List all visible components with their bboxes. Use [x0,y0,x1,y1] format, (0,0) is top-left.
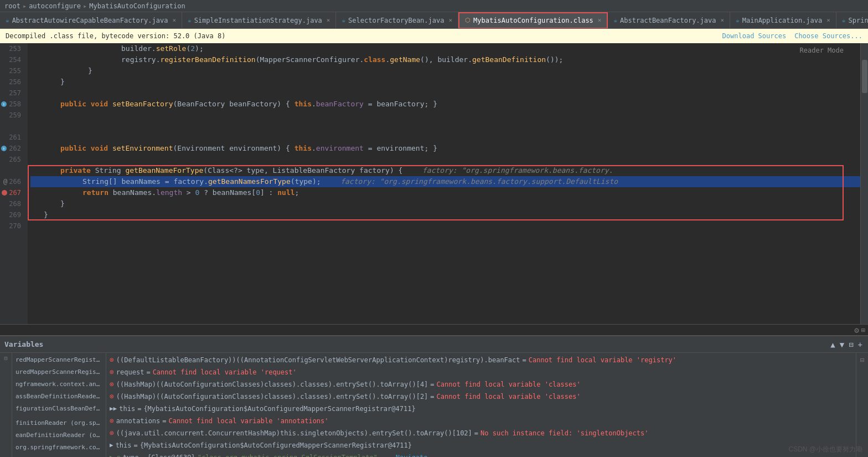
up-button[interactable]: ▲ [829,339,836,350]
breadcrumb-item1[interactable]: autoconfigure [29,2,81,10]
java-icon: ☕ [342,17,345,24]
error-icon: ⊗ [110,428,114,439]
breadcrumb-sep1: ▸ [23,2,27,10]
choose-sources-link[interactable]: Choose Sources... [794,32,862,40]
sidebar-item-9[interactable]: org.springframework.context. [12,441,106,454]
left-sidebar-icon1: ⊟ [4,355,7,361]
panel-header-left: Variables [4,340,43,348]
line-num-262: ↑ 262 [0,143,23,154]
var-row-4: ⊗ ((HashMap)((AutoConfigurationClasses)c… [110,391,852,403]
tab-simple-instantiation[interactable]: ☕ SimpleInstantiationStrategy.java × [182,12,336,29]
svg-text:↑: ↑ [3,102,6,107]
tab-mybatis-autoconfig[interactable]: ⬡ MybatisAutoConfiguration.class × [458,12,608,29]
tab-abstract-bean-factory[interactable]: ☕ AbstractBeanFactory.java × [608,12,730,29]
watermark: CSDN @小徐也要努力嘞 [788,445,862,454]
sidebar-item-2[interactable]: uredMapperScannerRegistrar [12,366,106,378]
notice-bar: Decompiled .class file, bytecode version… [0,29,868,43]
tab-label: SimpleInstantiationStrategy.java [194,17,322,24]
code-line-262: public void setEnvironment(Environment e… [30,143,860,154]
line-num-254: 254 [0,54,23,65]
line-num-257: 257 [0,88,23,99]
code-line-253: builder.setRole(2); [30,43,860,54]
tab-selector-factory[interactable]: ☕ SelectorFactoryBean.java × [336,12,458,29]
panel-left-sidebar: ⊟ [0,353,12,457]
line-num-267: 267 [0,187,23,198]
tab-spring-application[interactable]: ☕ SpringApplication.java × [836,12,868,29]
tab-close-icon[interactable]: × [598,17,602,24]
var-row-6: ⊗ annotations = Cannot find local variab… [110,415,852,427]
gutter-icon-262: ↑ [1,145,7,152]
line-num-269: 269 [0,209,23,220]
tab-label: SelectorFactoryBean.java [348,17,444,24]
expand-icon[interactable]: ▶▶ [110,403,117,414]
expand-icon[interactable]: ⊞ [861,326,865,334]
code-area[interactable]: builder.setRole(2); registry.registerBea… [28,43,860,324]
code-line-265 [30,154,860,165]
filter-button[interactable]: ⊟ [848,339,854,350]
navigate-link-type[interactable]: ... Navigate [380,452,428,457]
tab-label: AbstractAutowireCapableBeanFactory.java [12,17,168,24]
line-num-266: @ 266 [0,176,23,187]
error-icon: ⊗ [110,391,114,402]
sidebar-item-5[interactable]: figurationClassBeanDefinitio [12,403,106,415]
download-sources-link[interactable]: Download Sources [722,32,787,40]
java-icon: ☕ [736,17,740,24]
var-row-8: ▶ this = {MybatisAutoConfiguration$AutoC… [110,439,852,451]
sidebar-item-1[interactable]: redMapperScannerRegistrar [12,354,106,366]
variables-sidebar[interactable]: redMapperScannerRegistrar uredMapperScan… [12,353,106,457]
breadcrumb-sep2: ▸ [83,2,87,10]
java-icon: ☕ [613,17,617,24]
line-num-258: ↑ 258 [0,99,23,110]
breadcrumb-item2[interactable]: MybatisAutoConfiguration [89,2,185,10]
sidebar-item-3[interactable]: ngframework.context.annotat. [12,378,106,391]
editor-statusbar: ⚙ ⊞ [0,324,868,335]
panel-toolbar: ▲ ▼ ⊟ + [829,339,864,350]
tab-main-application[interactable]: ☕ MainApplication.java × [730,12,836,29]
line-num-255: 255 [0,65,23,76]
tab-close-icon[interactable]: × [448,17,452,24]
tab-close-icon[interactable]: × [172,17,176,24]
code-line-259 [30,110,860,121]
down-button[interactable]: ▼ [839,339,845,350]
settings-icon[interactable]: ⚙ [854,326,859,335]
add-button[interactable]: + [857,339,864,350]
class-icon: ⬡ [465,17,471,24]
java-icon: ☕ [188,17,192,24]
sidebar-btn1[interactable]: ⊟ [857,355,867,365]
tabs-bar: ☕ AbstractAutowireCapableBeanFactory.jav… [0,12,868,29]
line-num-256: 256 [0,76,23,88]
tab-label: SpringApplication.java [848,17,868,24]
line-num-259: 259 [0,110,23,121]
tab-close-icon[interactable]: × [720,17,724,24]
java-icon: ☕ [6,17,9,24]
breadcrumb-root: root [4,2,20,10]
tab-close-icon[interactable]: × [327,17,330,24]
error-icon: ⊗ [110,367,114,378]
code-line-255: } [30,65,860,76]
error-icon: ⊗ [110,415,114,427]
decompiled-notice-text: Decompiled .class file, bytecode version… [6,32,225,40]
breadcrumb-bar: root ▸ autoconfigure ▸ MybatisAutoConfig… [0,0,868,12]
editor-scrollbar[interactable] [860,43,868,324]
code-line-267: String[] beanNames = factory.getBeanName… [30,176,860,187]
variables-content: ⊗ ((DefaultListableBeanFactory))((Annota… [106,353,856,457]
code-line-258: public void setBeanFactory(BeanFactory b… [30,99,860,110]
line-num-268: 268 [0,198,23,209]
tab-close-icon[interactable]: × [826,17,830,24]
expand-icon[interactable]: ▶ [110,440,113,451]
error-icon: ⊗ [110,379,114,390]
sidebar-item-7[interactable]: finitionReader (org.springfran [12,417,106,429]
code-line-260 [30,121,860,132]
code-line-256: } [30,76,860,88]
gutter-icon-258: ↑ [1,101,7,107]
code-line-254: registry.registerBeanDefinition(MapperSc… [30,54,860,65]
line-num-261: 261 [0,132,23,143]
code-line-269: } [30,198,860,209]
sidebar-item-8[interactable]: eanDefinitionReader (org.spr [12,429,106,441]
tab-abstract-autowire[interactable]: ☕ AbstractAutowireCapableBeanFactory.jav… [0,12,182,29]
panel-header: Variables ▲ ▼ ⊟ + [0,336,868,353]
scrollbar-thumb[interactable] [862,60,867,93]
code-line-268: return beanNames.length > 0 ? beanNames[… [30,187,860,198]
sidebar-item-4[interactable]: assBeanDefinitionReader (org. [12,391,106,403]
line-num-260 [0,121,23,132]
